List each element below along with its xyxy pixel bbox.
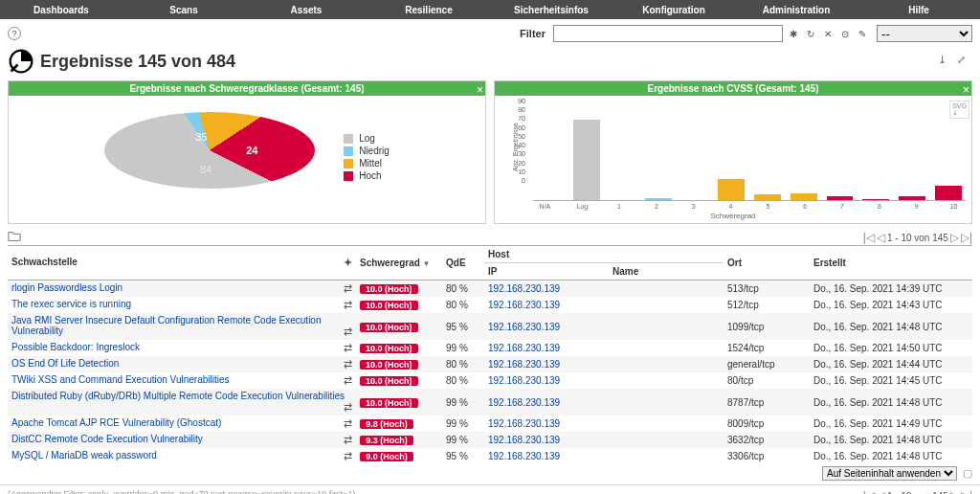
next-page-icon[interactable]: ▷ bbox=[950, 231, 959, 244]
ip-link[interactable]: 192.168.230.139 bbox=[484, 313, 609, 340]
col-erstellt[interactable]: Erstellt bbox=[810, 246, 972, 281]
col-host[interactable]: Host bbox=[484, 246, 724, 263]
ip-link[interactable]: 192.168.230.139 bbox=[484, 372, 609, 389]
pie-label-mittel: 35 bbox=[195, 131, 207, 143]
nav-item[interactable]: Konfiguration bbox=[612, 5, 735, 15]
ort-cell: 3306/tcp bbox=[724, 448, 810, 464]
ip-link[interactable]: 192.168.230.139 bbox=[484, 356, 609, 372]
filter-reset-icon[interactable]: ⊝ bbox=[838, 27, 852, 40]
filter-input[interactable] bbox=[553, 25, 783, 42]
ip-link[interactable]: 192.168.230.139 bbox=[484, 297, 609, 313]
bar[interactable] bbox=[718, 179, 745, 200]
first-page-icon[interactable]: |◁ bbox=[863, 489, 875, 494]
ip-link[interactable]: 192.168.230.139 bbox=[484, 415, 609, 432]
legend-item[interactable]: Niedrig bbox=[344, 145, 390, 157]
bar[interactable] bbox=[899, 196, 925, 200]
vuln-link[interactable]: Distributed Ruby (dRuby/DRb) Multiple Re… bbox=[8, 389, 356, 415]
apply-select[interactable]: Auf Seiteninhalt anwenden bbox=[822, 466, 957, 481]
qde-cell: 99 % bbox=[442, 340, 484, 356]
col-qde[interactable]: QdE bbox=[442, 246, 484, 281]
bar[interactable] bbox=[645, 198, 672, 200]
table-row: rlogin Passwordless Login ⇄10.0 (Hoch)80… bbox=[8, 281, 972, 298]
bar[interactable] bbox=[862, 199, 889, 200]
bar[interactable] bbox=[791, 193, 817, 200]
vuln-link[interactable]: Apache Tomcat AJP RCE Vulnerability (Gho… bbox=[8, 415, 356, 432]
panel-close-icon[interactable]: × bbox=[477, 83, 483, 97]
filter-close-icon[interactable]: ✕ bbox=[821, 27, 835, 40]
col-ort[interactable]: Ort bbox=[724, 246, 810, 281]
bar-chart[interactable]: Anz. Ergebnisse 9080706050403020100 bbox=[495, 96, 971, 201]
col-ip[interactable]: IP bbox=[484, 263, 609, 281]
vuln-link[interactable]: Java RMI Server Insecure Default Configu… bbox=[8, 313, 356, 340]
col-sev[interactable]: Schweregrad ▼ bbox=[356, 246, 442, 281]
last-page-icon[interactable]: ▷| bbox=[961, 489, 972, 494]
prev-page-icon[interactable]: ◁ bbox=[877, 231, 885, 244]
ip-link[interactable]: 192.168.230.139 bbox=[484, 281, 609, 298]
ort-cell: 1524/tcp bbox=[724, 340, 810, 356]
nav-item[interactable]: Resilience bbox=[368, 5, 490, 15]
bar[interactable] bbox=[827, 196, 854, 200]
legend-item[interactable]: Hoch bbox=[344, 169, 390, 182]
vuln-link[interactable]: TWiki XSS and Command Execution Vulnerab… bbox=[8, 372, 356, 389]
hostname-cell bbox=[609, 356, 724, 372]
next-page-icon[interactable]: ▷ bbox=[950, 489, 959, 494]
bar-xtick: N/A bbox=[531, 203, 559, 210]
row-action-icon[interactable]: ⇄ bbox=[344, 358, 352, 370]
filter-edit-icon[interactable]: ✎ bbox=[856, 27, 869, 40]
ip-link[interactable]: 192.168.230.139 bbox=[484, 432, 609, 448]
row-action-icon[interactable]: ⇄ bbox=[344, 342, 352, 354]
sev-cell: 10.0 (Hoch) bbox=[356, 313, 442, 340]
last-page-icon[interactable]: ▷| bbox=[961, 231, 972, 244]
bar-xtick: Log bbox=[568, 203, 596, 210]
top-nav: DashboardsScansAssetsResilienceSicherhei… bbox=[0, 0, 980, 19]
prev-page-icon[interactable]: ◁ bbox=[877, 489, 885, 494]
ip-link[interactable]: 192.168.230.139 bbox=[484, 389, 609, 415]
footer-filter-text: (Angewandter Filter: apply_overrides=0 m… bbox=[8, 489, 355, 494]
row-action-icon[interactable]: ⇄ bbox=[344, 326, 352, 338]
folder-icon[interactable] bbox=[8, 230, 21, 243]
row-action-icon[interactable]: ⇄ bbox=[344, 450, 352, 462]
nav-item[interactable]: Sicherheitsinfos bbox=[490, 5, 612, 15]
nav-item[interactable]: Administration bbox=[735, 5, 858, 15]
vuln-link[interactable]: The rexec service is running ⇄ bbox=[8, 297, 356, 313]
qde-cell: 99 % bbox=[442, 432, 484, 448]
row-action-icon[interactable]: ⇄ bbox=[344, 299, 352, 311]
filter-clear-icon[interactable]: ✱ bbox=[787, 27, 800, 40]
vuln-link[interactable]: OS End Of Life Detection ⇄ bbox=[8, 356, 356, 372]
nav-item[interactable]: Assets bbox=[245, 5, 368, 15]
bar-xtick: 10 bbox=[940, 203, 968, 210]
apply-confirm-icon[interactable]: ▢ bbox=[963, 467, 972, 480]
nav-item[interactable]: Hilfe bbox=[858, 5, 980, 15]
row-action-icon[interactable]: ⇄ bbox=[344, 417, 352, 430]
panel-close-icon[interactable]: × bbox=[963, 83, 969, 97]
pie-label-log: 84 bbox=[200, 164, 212, 175]
ip-link[interactable]: 192.168.230.139 bbox=[484, 448, 609, 464]
row-action-icon[interactable]: ⇄ bbox=[344, 282, 352, 295]
help-icon[interactable]: ? bbox=[8, 27, 21, 40]
expand-icon[interactable]: ⤢ bbox=[957, 54, 972, 69]
nav-item[interactable]: Dashboards bbox=[0, 5, 122, 15]
vuln-link[interactable]: MySQL / MariaDB weak password ⇄ bbox=[8, 448, 356, 464]
first-page-icon[interactable]: |◁ bbox=[863, 231, 875, 244]
bar-xtick: 5 bbox=[754, 203, 782, 210]
legend-item[interactable]: Log bbox=[344, 132, 390, 145]
bar-xtick: 3 bbox=[679, 203, 707, 210]
ip-link[interactable]: 192.168.230.139 bbox=[484, 340, 609, 356]
vuln-link[interactable]: Possible Backdoor: Ingreslock ⇄ bbox=[8, 340, 356, 356]
bar[interactable] bbox=[573, 120, 600, 200]
legend-item[interactable]: Mittel bbox=[344, 157, 390, 169]
export-icon[interactable]: ⤓ bbox=[938, 54, 953, 69]
bar[interactable] bbox=[754, 194, 781, 200]
row-action-icon[interactable]: ⇄ bbox=[344, 434, 352, 446]
vuln-link[interactable]: rlogin Passwordless Login ⇄ bbox=[8, 281, 356, 298]
row-action-icon[interactable]: ⇄ bbox=[344, 401, 352, 414]
col-vuln[interactable]: Schwachstelle ✦ bbox=[8, 246, 356, 281]
filter-refresh-icon[interactable]: ↻ bbox=[804, 27, 817, 40]
nav-item[interactable]: Scans bbox=[122, 5, 245, 15]
col-name[interactable]: Name bbox=[609, 263, 724, 281]
bar[interactable] bbox=[935, 186, 962, 200]
vuln-link[interactable]: DistCC Remote Code Execution Vulnerabili… bbox=[8, 432, 356, 448]
pie-chart[interactable]: 35 24 84 bbox=[104, 112, 315, 203]
row-action-icon[interactable]: ⇄ bbox=[344, 374, 352, 387]
filter-preset-select[interactable]: -- bbox=[877, 25, 972, 42]
